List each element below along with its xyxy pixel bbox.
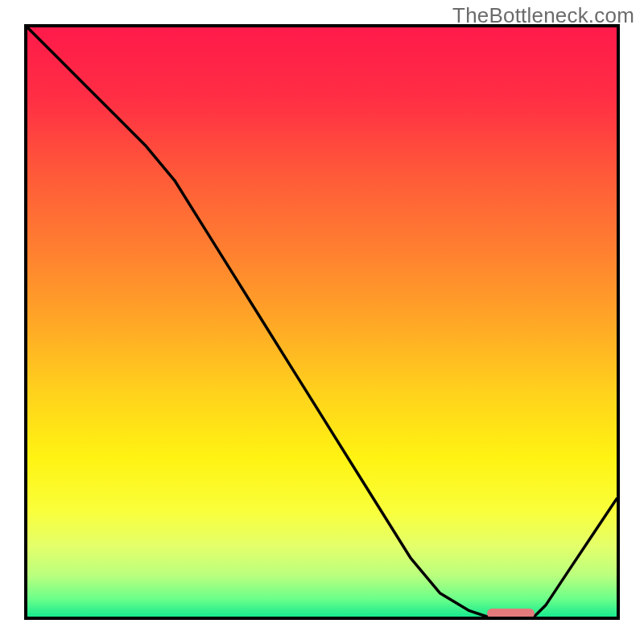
bottleneck-curve <box>27 27 617 617</box>
optimal-zone-marker <box>487 609 535 618</box>
chart-container: TheBottleneck.com <box>0 0 644 644</box>
plot-frame <box>24 24 620 620</box>
